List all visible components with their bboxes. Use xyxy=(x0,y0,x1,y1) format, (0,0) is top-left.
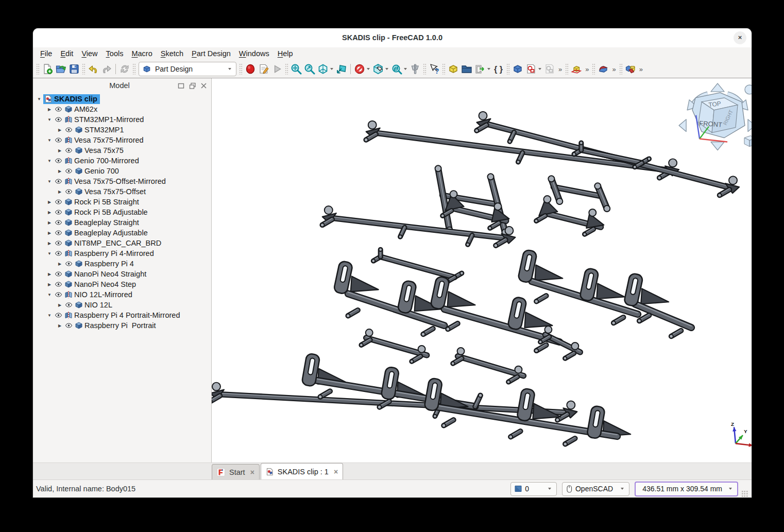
pad-button[interactable] xyxy=(570,62,583,76)
boolean-button[interactable] xyxy=(624,62,637,76)
tree-item-genio-700-mirrored[interactable]: ▼Genio 700-Mirrored xyxy=(33,156,211,166)
menu-part-design[interactable]: Part Design xyxy=(188,47,235,60)
tab-close-icon[interactable]: × xyxy=(250,468,254,476)
chevron-down-icon[interactable] xyxy=(487,68,490,70)
menu-sketch[interactable]: Sketch xyxy=(157,47,188,60)
visibility-eye-icon[interactable] xyxy=(54,312,63,319)
collapsed-arrow-icon[interactable]: ▶ xyxy=(56,148,64,153)
cube-cursor-button[interactable] xyxy=(371,62,385,76)
render-quality-selector[interactable]: 0 xyxy=(510,482,557,496)
menu-view[interactable]: View xyxy=(77,47,101,60)
fillet-button[interactable] xyxy=(596,62,610,76)
group-button[interactable] xyxy=(460,62,473,76)
tree-item-rock-pi-5b-adjustable[interactable]: ▶Rock Pi 5B Adjustable xyxy=(33,207,211,217)
visibility-eye-icon[interactable] xyxy=(64,322,74,329)
tree-item-stm32mp1-mirrored[interactable]: ▼STM32MP1-Mirrored xyxy=(33,114,211,125)
menu-file[interactable]: File xyxy=(36,47,56,60)
visibility-eye-icon[interactable] xyxy=(54,270,63,278)
expanded-arrow-icon[interactable]: ▼ xyxy=(45,313,54,318)
undo-button[interactable] xyxy=(87,62,100,76)
tree-item-vesa-75x75[interactable]: ▶Vesa 75x75 xyxy=(33,145,211,156)
tab-start[interactable]: Start × xyxy=(212,464,260,479)
toolbar-drag-handle[interactable] xyxy=(423,63,427,75)
dimensions-selector[interactable]: 436.51 mm x 309.54 mm xyxy=(635,482,738,496)
expression-button[interactable]: { } xyxy=(492,62,505,76)
collapsed-arrow-icon[interactable]: ▶ xyxy=(45,220,54,225)
visibility-eye-icon[interactable] xyxy=(54,229,63,236)
chevron-down-icon[interactable] xyxy=(538,68,541,70)
expanded-arrow-icon[interactable]: ▼ xyxy=(45,179,54,184)
tree-item-nit8mp-enc-car-brd[interactable]: ▶NIT8MP_ENC_CAR_BRD xyxy=(33,238,211,248)
title-bar[interactable]: SKADIS clip - FreeCAD 1.0.0 × xyxy=(33,28,752,47)
toolbar-overflow-icon[interactable]: » xyxy=(556,65,564,73)
tree-item-skadis-clip[interactable]: ▼SKADIS clip xyxy=(33,94,211,104)
visibility-eye-icon[interactable] xyxy=(54,178,63,185)
resize-grip[interactable] xyxy=(741,490,748,497)
toolbar-drag-handle[interactable] xyxy=(619,63,623,75)
tree-item-vesa-75x75-offset-mirrored[interactable]: ▼Vesa 75x75-Offset-Mirrored xyxy=(33,176,211,186)
tree-item-rock-pi-5b-straight[interactable]: ▶Rock Pi 5B Straight xyxy=(33,197,211,207)
part-bracket[interactable] xyxy=(424,377,630,445)
toolbar-drag-handle[interactable] xyxy=(285,63,288,75)
chevron-down-icon[interactable] xyxy=(330,68,333,70)
expanded-arrow-icon[interactable]: ▼ xyxy=(35,97,43,101)
visibility-eye-icon[interactable] xyxy=(64,260,74,267)
visibility-eye-icon[interactable] xyxy=(64,126,74,133)
chevron-down-icon[interactable] xyxy=(385,68,388,70)
menu-help[interactable]: Help xyxy=(274,47,297,60)
part-button[interactable] xyxy=(447,62,460,76)
visibility-eye-icon[interactable] xyxy=(54,250,63,257)
chevron-down-icon[interactable] xyxy=(367,68,370,70)
expanded-arrow-icon[interactable]: ▼ xyxy=(45,159,54,163)
visibility-eye-icon[interactable] xyxy=(54,219,63,226)
clipping-button[interactable] xyxy=(353,62,366,76)
navigation-style-selector[interactable]: OpenSCAD xyxy=(562,482,629,496)
collapsed-arrow-icon[interactable]: ▶ xyxy=(45,200,54,204)
tree-item-beagleplay-adjustable[interactable]: ▶Beagleplay Adjustable xyxy=(33,228,211,238)
tree-item-nanopi-neo4-step[interactable]: ▶NanoPi Neo4 Step xyxy=(33,279,211,289)
collapsed-arrow-icon[interactable]: ▶ xyxy=(45,210,54,215)
visibility-eye-icon[interactable] xyxy=(54,209,63,216)
tree-item-beagleplay-straight[interactable]: ▶Beagleplay Straight xyxy=(33,217,211,228)
workbench-selector[interactable]: Part Design xyxy=(139,62,236,76)
menu-windows[interactable]: Windows xyxy=(235,47,274,60)
collapsed-arrow-icon[interactable]: ▶ xyxy=(45,107,54,112)
tree-item-am62x[interactable]: ▶AM62x xyxy=(33,104,211,114)
edit-sketch-button[interactable] xyxy=(543,62,556,76)
visibility-eye-icon[interactable] xyxy=(64,188,74,195)
3d-viewport[interactable]: TOPFRONTRIGHTZYX xyxy=(212,78,752,462)
collapsed-arrow-icon[interactable]: ▶ xyxy=(56,303,64,307)
collapsed-arrow-icon[interactable]: ▶ xyxy=(45,241,54,246)
part-bracket[interactable] xyxy=(624,273,691,338)
create-sketch-button[interactable] xyxy=(524,62,538,76)
collapsed-arrow-icon[interactable]: ▶ xyxy=(56,262,64,266)
tree-item-raspberry-pi-portrait[interactable]: ▶Raspberry Pi Portrait xyxy=(33,320,211,331)
menu-macro[interactable]: Macro xyxy=(127,47,156,60)
toolbar-drag-handle[interactable] xyxy=(442,63,446,75)
whats-this-button[interactable]: ? xyxy=(428,62,441,76)
new-document-button[interactable] xyxy=(41,62,54,76)
visibility-eye-icon[interactable] xyxy=(54,281,63,288)
toolbar-drag-handle[interactable] xyxy=(82,63,86,75)
toolbar-overflow-icon[interactable]: » xyxy=(610,65,618,73)
visibility-eye-icon[interactable] xyxy=(54,106,63,113)
part-bracket[interactable] xyxy=(333,261,444,363)
toolbar-drag-handle[interactable] xyxy=(565,63,569,75)
visibility-eye-icon[interactable] xyxy=(54,198,63,205)
tree-item-nio-12l-mirrored[interactable]: ▼NIO 12L-Mirrored xyxy=(33,289,211,300)
part-rail[interactable] xyxy=(364,121,679,180)
part-bracket[interactable] xyxy=(430,276,559,384)
tree-item-nio-12l[interactable]: ▶NIO 12L xyxy=(33,300,211,310)
export-button[interactable] xyxy=(473,62,487,76)
refresh-button[interactable] xyxy=(118,62,131,76)
navigation-cube[interactable]: TOPFRONTRIGHT xyxy=(679,83,752,150)
part-clip[interactable] xyxy=(371,248,463,283)
collapsed-arrow-icon[interactable]: ▶ xyxy=(45,272,54,277)
view-plane-button[interactable] xyxy=(335,62,348,76)
part-rail[interactable] xyxy=(320,206,515,247)
view-sync-button[interactable] xyxy=(390,62,403,76)
visibility-eye-icon[interactable] xyxy=(64,167,74,175)
tree-item-raspberry-pi-4[interactable]: ▶Raspberry Pi 4 xyxy=(33,259,211,269)
tree-item-vesa-75x75-mirrored[interactable]: ▼Vesa 75x75-Mirrored xyxy=(33,135,211,145)
expanded-arrow-icon[interactable]: ▼ xyxy=(45,117,54,122)
